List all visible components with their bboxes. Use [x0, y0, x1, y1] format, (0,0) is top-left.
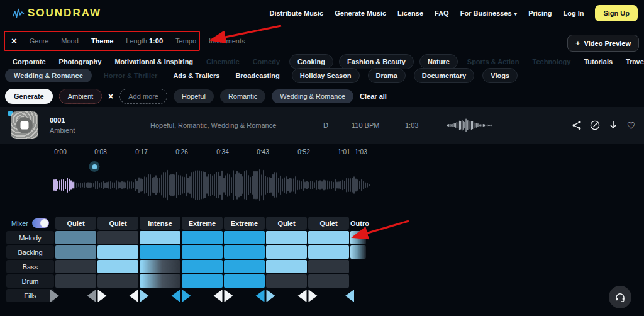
filter-item-length[interactable]: Length1:00 [126, 37, 163, 45]
mixer-cell-bass-3[interactable] [140, 260, 180, 273]
theme-horror-thriller[interactable]: Horror & Thriller [100, 69, 162, 82]
mixer-cell-drum-2[interactable] [97, 274, 138, 288]
mixer-cell-backing-8[interactable] [350, 245, 366, 259]
mixer-cell-drum-8[interactable] [350, 274, 366, 288]
section-header-extreme-4[interactable]: Extreme [224, 217, 265, 230]
mixer-cell-drum-6[interactable] [266, 274, 307, 288]
theme-travel[interactable]: Travel [622, 55, 644, 69]
nav-link-log-in[interactable]: Log In [563, 9, 584, 17]
mixer-cell-drum-5[interactable] [224, 274, 265, 288]
theme-cinematic[interactable]: Cinematic [203, 55, 243, 69]
generate-button[interactable]: Generate [5, 89, 53, 104]
mixer-cell-melody-5[interactable] [224, 231, 265, 244]
add-more-button[interactable]: Add more [119, 89, 167, 104]
tag-wedding-romance[interactable]: Wedding & Romance [272, 89, 353, 103]
soundraw-logo[interactable]: SOUNDRAW [13, 7, 101, 20]
mixer-cell-drum-1[interactable] [55, 274, 96, 288]
section-header-extreme-3[interactable]: Extreme [182, 217, 223, 230]
nav-link-pricing[interactable]: Pricing [528, 9, 552, 17]
section-header-outro-7[interactable]: Outro [350, 217, 366, 230]
clear-all-button[interactable]: Clear all [360, 93, 387, 100]
theme-technology[interactable]: Technology [529, 55, 575, 69]
mixer-cell-backing-2[interactable] [97, 245, 138, 259]
edit-icon[interactable] [589, 120, 600, 131]
fill-marker-7[interactable] [298, 290, 318, 302]
section-header-quiet-0[interactable]: Quiet [55, 217, 96, 230]
nav-link-faq[interactable]: FAQ [435, 9, 449, 17]
mixer-cell-backing-6[interactable] [266, 245, 307, 259]
filter-item-instruments[interactable]: Instruments [209, 37, 245, 45]
mixer-cell-backing-5[interactable] [224, 245, 265, 259]
theme-sports-action[interactable]: Sports & Action [464, 55, 523, 69]
section-header-quiet-6[interactable]: Quiet [308, 217, 349, 230]
filter-item-mood[interactable]: Mood [61, 37, 79, 45]
fill-marker-8[interactable] [345, 290, 354, 302]
close-icon[interactable]: × [11, 36, 17, 45]
theme-comedy[interactable]: Comedy [249, 55, 284, 69]
filter-item-theme[interactable]: Theme [91, 37, 113, 45]
waveform[interactable] [0, 159, 644, 213]
theme-photography[interactable]: Photography [55, 55, 106, 69]
filter-item-genre[interactable]: Genre [30, 37, 49, 45]
theme-cooking[interactable]: Cooking [289, 54, 333, 69]
share-icon[interactable] [571, 120, 582, 131]
mixer-cell-melody-8[interactable] [350, 231, 366, 244]
track-stop-button[interactable] [11, 111, 38, 139]
fill-marker-2[interactable] [87, 290, 107, 302]
theme-drama[interactable]: Drama [368, 68, 406, 83]
sign-up-button[interactable]: Sign Up [595, 5, 638, 21]
mixer-cell-backing-3[interactable] [140, 245, 180, 259]
remove-genre-icon[interactable]: × [108, 91, 113, 101]
mixer-cell-bass-8[interactable] [350, 260, 366, 273]
mixer-cell-melody-6[interactable] [266, 231, 307, 244]
mixer-cell-melody-1[interactable] [55, 231, 96, 244]
theme-ads-trailers[interactable]: Ads & Trailers [169, 69, 223, 82]
nav-link-generate-music[interactable]: Generate Music [335, 9, 386, 17]
nav-link-distribute-music[interactable]: Distribute Music [270, 9, 324, 17]
mixer-toggle[interactable] [32, 218, 49, 228]
mixer-cell-drum-3[interactable] [140, 274, 180, 288]
mixer-cell-backing-4[interactable] [182, 245, 223, 259]
theme-motivational-inspiring[interactable]: Motivational & Inspiring [111, 55, 197, 69]
theme-vlogs[interactable]: Vlogs [482, 68, 518, 83]
mixer-cell-bass-4[interactable] [182, 260, 223, 273]
fill-marker-3[interactable] [130, 290, 149, 302]
mixer-cell-backing-1[interactable] [55, 245, 96, 259]
section-header-intense-2[interactable]: Intense [140, 217, 180, 230]
tag-romantic[interactable]: Romantic [220, 89, 265, 103]
mixer-cell-drum-7[interactable] [308, 274, 349, 288]
mixer-cell-melody-2[interactable] [97, 231, 138, 244]
nav-link-license[interactable]: License [397, 9, 423, 17]
tag-hopeful[interactable]: Hopeful [174, 89, 214, 103]
support-button[interactable] [609, 286, 631, 308]
theme-tutorials[interactable]: Tutorials [580, 55, 616, 69]
fill-marker-4[interactable] [172, 290, 191, 302]
section-header-quiet-5[interactable]: Quiet [266, 217, 307, 230]
mixer-cell-bass-5[interactable] [224, 260, 265, 273]
section-header-quiet-1[interactable]: Quiet [97, 217, 138, 230]
mixer-cell-melody-7[interactable] [308, 231, 349, 244]
nav-link-for-businesses[interactable]: For Businesses▾ [460, 9, 517, 17]
theme-documentary[interactable]: Documentary [414, 68, 474, 83]
fill-marker-5[interactable] [214, 290, 233, 302]
fill-marker-6[interactable] [256, 290, 275, 302]
filter-item-tempo[interactable]: Tempo [175, 37, 196, 45]
mixer-cell-bass-1[interactable] [55, 260, 96, 273]
mixer-cell-bass-7[interactable] [308, 260, 349, 273]
fill-marker-1[interactable] [50, 290, 59, 302]
theme-corporate[interactable]: Corporate [9, 55, 50, 69]
mixer-cell-backing-7[interactable] [308, 245, 349, 259]
mixer-cell-bass-6[interactable] [266, 260, 307, 273]
mixer-cell-melody-4[interactable] [182, 231, 223, 244]
mixer-cell-bass-2[interactable] [97, 260, 138, 273]
theme-broadcasting[interactable]: Broadcasting [231, 69, 283, 82]
theme-wedding-romance[interactable]: Wedding & Romance [5, 69, 92, 82]
selected-genre-pill[interactable]: Ambient [59, 89, 102, 104]
video-preview-button[interactable]: + Video Preview [567, 35, 639, 52]
download-icon[interactable] [608, 120, 618, 131]
mixer-cell-melody-3[interactable] [140, 231, 180, 244]
theme-nature[interactable]: Nature [419, 54, 458, 69]
theme-fashion-beauty[interactable]: Fashion & Beauty [339, 54, 414, 69]
theme-holiday-season[interactable]: Holiday Season [292, 68, 360, 83]
mixer-cell-drum-4[interactable] [182, 274, 223, 288]
